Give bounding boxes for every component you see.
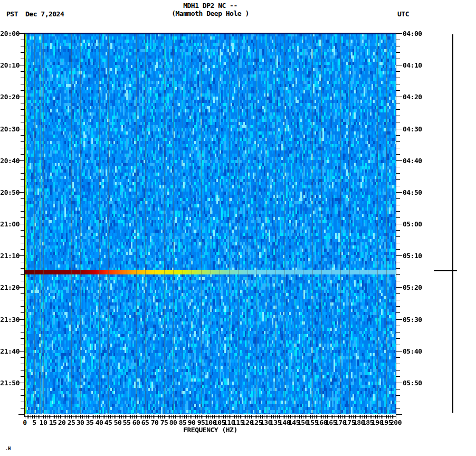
- freq-tick: [264, 415, 264, 419]
- time-label-left: 20:10: [0, 62, 20, 69]
- time-tick-right: [396, 281, 400, 281]
- freq-tick: [43, 415, 44, 419]
- freq-tick: [318, 415, 318, 419]
- freq-tick: [351, 415, 352, 419]
- time-tick-right: [396, 306, 400, 307]
- time-tick-left: [21, 249, 24, 250]
- time-tick-right: [396, 141, 400, 142]
- time-tick-left: [21, 268, 24, 269]
- freq-tick: [372, 415, 372, 419]
- freq-tick: [349, 415, 350, 419]
- freq-tick: [203, 415, 203, 419]
- freq-tick: [49, 415, 50, 419]
- freq-tick: [283, 415, 283, 419]
- freq-tick: [80, 415, 81, 419]
- time-label-right: 05:30: [403, 316, 426, 323]
- time-tick-right: [396, 179, 400, 180]
- freq-tick: [337, 415, 337, 419]
- freq-tick: [296, 415, 296, 419]
- time-tick-right: [396, 198, 400, 199]
- time-tick-right: [396, 383, 402, 383]
- freq-tick: [383, 415, 383, 419]
- freq-tick: [321, 415, 322, 419]
- freq-tick: [240, 415, 241, 419]
- freq-tick: [32, 415, 33, 419]
- time-tick-right: [396, 186, 400, 186]
- freq-tick: [348, 415, 348, 419]
- freq-tick: [123, 415, 123, 419]
- time-tick-right: [396, 116, 400, 116]
- time-tick-right: [396, 122, 400, 122]
- time-tick-left: [21, 71, 24, 72]
- time-tick-left: [21, 370, 24, 370]
- freq-tick: [90, 415, 90, 419]
- freq-tick: [327, 415, 328, 419]
- freq-tick: [118, 415, 118, 419]
- freq-tick: [227, 415, 227, 419]
- time-tick-right: [396, 173, 400, 174]
- time-tick-left: [21, 338, 24, 339]
- freq-tick: [271, 415, 272, 419]
- time-tick-right: [396, 293, 400, 294]
- freq-tick: [331, 415, 331, 419]
- freq-tick: [342, 415, 342, 419]
- freq-tick: [97, 415, 98, 419]
- time-label-left: 21:50: [0, 379, 20, 386]
- time-tick-left: [21, 179, 24, 180]
- time-label-left: 20:00: [0, 30, 20, 37]
- time-label-right: 05:10: [403, 252, 426, 259]
- freq-tick: [60, 415, 61, 419]
- time-tick-right: [396, 249, 400, 250]
- freq-tick: [259, 415, 259, 419]
- freq-tick: [366, 415, 367, 419]
- freq-tick: [65, 415, 66, 419]
- time-tick-right: [396, 300, 400, 300]
- freq-tick: [388, 415, 389, 419]
- x-axis-title: FREQUENCY (HZ): [25, 426, 396, 433]
- time-label-left: 21:00: [0, 221, 20, 227]
- freq-tick: [62, 415, 62, 419]
- time-tick-right: [396, 274, 400, 275]
- freq-tick: [201, 415, 202, 419]
- freq-tick: [140, 415, 140, 419]
- freq-tick: [288, 415, 289, 419]
- freq-tick: [368, 415, 368, 419]
- time-tick-left: [21, 300, 24, 300]
- freq-tick: [130, 415, 131, 419]
- freq-tick: [385, 415, 385, 419]
- freq-tick: [121, 415, 122, 419]
- freq-tick: [360, 415, 361, 419]
- freq-tick: [208, 415, 209, 419]
- time-tick-right: [396, 167, 400, 167]
- time-label-right: 05:00: [403, 221, 426, 227]
- freq-tick: [374, 415, 374, 419]
- time-tick-right: [396, 402, 400, 402]
- freq-tick: [253, 415, 253, 419]
- freq-tick: [379, 415, 379, 419]
- time-tick-left: [21, 122, 24, 122]
- time-tick-left: [21, 243, 24, 243]
- freq-tick: [216, 415, 216, 419]
- time-tick-right: [396, 414, 402, 415]
- freq-tick: [314, 415, 315, 419]
- freq-tick: [153, 415, 154, 419]
- freq-tick: [392, 415, 393, 419]
- time-tick-left: [21, 217, 24, 218]
- freq-tick: [77, 415, 77, 419]
- freq-tick: [323, 415, 324, 419]
- amplitude-scalebar: [452, 34, 453, 413]
- time-tick-right: [396, 160, 402, 161]
- freq-tick: [88, 415, 89, 419]
- time-label-left: 21:10: [0, 252, 20, 259]
- freq-tick: [158, 415, 159, 419]
- time-tick-right: [396, 408, 400, 408]
- time-tick-right: [396, 287, 402, 288]
- freq-tick: [136, 415, 137, 419]
- freq-tick: [132, 415, 133, 419]
- freq-tick: [180, 415, 181, 419]
- freq-tick: [206, 415, 207, 419]
- freq-tick: [223, 415, 224, 419]
- time-label-right: 04:30: [403, 126, 426, 132]
- time-tick-right: [396, 224, 402, 224]
- time-tick-right: [396, 262, 400, 262]
